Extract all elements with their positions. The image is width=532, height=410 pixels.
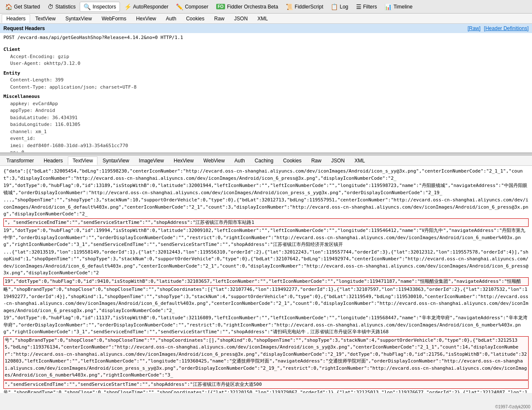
header-baidulongitude: baiduLongitude: 116.01305 bbox=[3, 121, 529, 128]
fiddler-orchestra-button[interactable]: FO Fiddler Orchestra Beta bbox=[213, 3, 282, 11]
composer-button[interactable]: ✏️ Composer bbox=[173, 2, 212, 11]
log-button[interactable]: 📋 Log bbox=[327, 2, 351, 11]
resp-tab-caching[interactable]: Caching bbox=[250, 156, 278, 165]
tab-xml[interactable]: XML bbox=[253, 14, 273, 23]
tab-textview[interactable]: TextView bbox=[31, 14, 60, 23]
response-highlight-2: 19","dotType":0,"hubFlag":0,"id":9410,"i… bbox=[3, 277, 529, 286]
header-baidulatitude: baiduLatitude: 36.434391 bbox=[3, 114, 529, 122]
fiddlerscript-icon: 📜 bbox=[286, 3, 293, 10]
inspectors-button[interactable]: 🔍 Inspectors bbox=[80, 2, 120, 12]
response-line-2: 19","dotType":0,"hubFlag":0,"id":13189,"… bbox=[3, 182, 529, 196]
resp-tab-xml[interactable]: XML bbox=[350, 156, 370, 165]
autoresponder-button[interactable]: ⚡ AutoResponder bbox=[121, 2, 172, 11]
section-miscellaneous: Miscellaneous bbox=[3, 93, 529, 100]
filters-button[interactable]: ☰ Filters bbox=[353, 2, 381, 11]
request-headers-title: Request Headers [Raw] [Header Definition… bbox=[0, 24, 532, 33]
fiddlerscript-label: FiddlerScript bbox=[295, 4, 323, 10]
get-started-label: Get Started bbox=[14, 4, 40, 10]
resp-tab-hexview[interactable]: HexView bbox=[169, 156, 198, 165]
header-apptype: appType: Android bbox=[3, 107, 529, 114]
composer-label: Composer bbox=[185, 4, 208, 10]
response-line-3: ...,"shopOpenTime":"","shopType":3,"stac… bbox=[3, 197, 529, 218]
header-content-length: Content-Length: 399 bbox=[3, 77, 529, 84]
response-line-1: {"data":[{"bdLat":32005454,"bdLng":11959… bbox=[3, 168, 529, 182]
top-toolbar: 🏠 Get Started ⏱ Statistics 🔍 Inspectors … bbox=[0, 0, 532, 14]
resp-tab-textview[interactable]: TextView bbox=[68, 156, 97, 165]
composer-icon: ✏️ bbox=[176, 3, 183, 10]
inspectors-label: Inspectors bbox=[92, 4, 116, 10]
header-user-agent: User-Agent: okhttp/3.12.0 bbox=[3, 60, 529, 67]
statistics-icon: ⏱ bbox=[47, 3, 53, 10]
resp-tab-json[interactable]: JSON bbox=[326, 156, 349, 165]
tab-syntaxview[interactable]: SyntaxView bbox=[61, 14, 96, 23]
header-no: no: 0 bbox=[3, 149, 529, 152]
header-channel: channel: xm_1 bbox=[3, 128, 529, 136]
tab-hexview[interactable]: HexView bbox=[131, 14, 161, 23]
response-tabs-row: Transformer Headers TextView SyntaxView … bbox=[0, 156, 532, 166]
request-headers-panel: Request Headers [Raw] [Header Definition… bbox=[0, 24, 532, 153]
top-tabs-row: Headers TextView SyntaxView WebForms Hex… bbox=[0, 14, 532, 24]
tab-headers[interactable]: Headers bbox=[2, 14, 30, 23]
header-appkey: appkey: evCardApp bbox=[3, 100, 529, 108]
timeline-button[interactable]: 📊 Timeline bbox=[381, 2, 416, 11]
timeline-label: Timeline bbox=[393, 4, 412, 10]
resp-tab-webview[interactable]: WebView bbox=[199, 156, 229, 165]
response-highlight-3: 号","shopBrandType":0,"shopClose":0,"shop… bbox=[3, 336, 529, 380]
resp-tab-syntaxview[interactable]: SyntaxView bbox=[98, 156, 134, 165]
response-line-7: 19","dotType":0,"hubFlag":0,"id":11137,"… bbox=[3, 315, 529, 336]
resp-tab-auth[interactable]: Auth bbox=[230, 156, 250, 165]
resp-tab-raw[interactable]: Raw bbox=[306, 156, 326, 165]
response-panel: Transformer Headers TextView SyntaxView … bbox=[0, 156, 532, 393]
header-event-id: event_id: bbox=[3, 135, 529, 142]
response-line-4: 19","dotType":0,"hubFlag":0,"id":19994,"… bbox=[3, 227, 529, 248]
inspectors-icon: 🔍 bbox=[84, 3, 91, 10]
header-definitions-link[interactable]: [Header Definitions] bbox=[484, 25, 529, 31]
resp-tab-imageview[interactable]: ImageView bbox=[134, 156, 169, 165]
headers-content[interactable]: Client Accept-Encoding: gzip User-Agent:… bbox=[0, 42, 532, 152]
filters-label: Filters bbox=[363, 4, 377, 10]
header-imei: imei: dedf840f-1680-31dd-a913-354a651cc7… bbox=[3, 142, 529, 150]
response-highlight-1: ", "sendServiceEndTime":"","sendServiceS… bbox=[3, 218, 529, 227]
header-accept-encoding: Accept-Encoding: gzip bbox=[3, 53, 529, 61]
autoresponder-label: AutoResponder bbox=[133, 4, 168, 10]
response-line-6: 略","shopBrandType":0,"shopClose":0,"shop… bbox=[3, 286, 529, 314]
tab-cookies[interactable]: Cookies bbox=[181, 14, 209, 23]
resp-tab-cookies[interactable]: Cookies bbox=[279, 156, 306, 165]
statistics-button[interactable]: ⏱ Statistics bbox=[44, 2, 79, 11]
get-started-button[interactable]: 🏠 Get Started bbox=[2, 2, 43, 11]
fiddlerscript-button[interactable]: 📜 FiddlerScript bbox=[282, 2, 326, 11]
response-content[interactable]: {"data":[{"bdLat":32005454,"bdLng":11959… bbox=[0, 166, 532, 393]
fiddler-orchestra-label: Fiddler Orchestra Beta bbox=[227, 4, 278, 10]
get-started-icon: 🏠 bbox=[5, 3, 12, 10]
tab-auth[interactable]: Auth bbox=[161, 14, 181, 23]
section-entity: Entity bbox=[3, 70, 529, 77]
request-url-text: POST /evcard-mas/api/getGeoHashShop?Rele… bbox=[3, 35, 183, 40]
request-headers-title-text: Request Headers bbox=[3, 25, 45, 31]
log-icon: 📋 bbox=[331, 3, 338, 10]
autoresponder-icon: ⚡ bbox=[124, 3, 131, 10]
section-client: Client bbox=[3, 46, 529, 53]
tab-raw[interactable]: Raw bbox=[209, 14, 229, 23]
fiddler-orchestra-icon: FO bbox=[216, 4, 226, 9]
resp-tab-transformer[interactable]: Transformer bbox=[2, 156, 39, 165]
tab-webforms[interactable]: WebForms bbox=[97, 14, 131, 23]
header-links: [Raw] [Header Definitions] bbox=[468, 25, 529, 31]
response-line-8: 号","shopBrandType":0,"shopClose":0,"shop… bbox=[3, 389, 529, 393]
statistics-label: Statistics bbox=[55, 4, 75, 10]
header-content-type: Content-Type: application/json; charset=… bbox=[3, 84, 529, 91]
response-line-5: ...{"lat":32013519,"lon":119558149,"orde… bbox=[3, 249, 529, 277]
tab-json[interactable]: JSON bbox=[229, 14, 252, 23]
timeline-icon: 📊 bbox=[384, 3, 392, 10]
raw-link[interactable]: [Raw] bbox=[468, 25, 481, 31]
filters-icon: ☰ bbox=[356, 3, 362, 10]
response-highlight-4: ","sendServiceEndTime":"","sendServiceSt… bbox=[3, 380, 529, 389]
resp-tab-headers[interactable]: Headers bbox=[39, 156, 67, 165]
log-label: Log bbox=[340, 4, 348, 10]
request-url: POST /evcard-mas/api/getGeoHashShop?Rele… bbox=[0, 33, 532, 42]
